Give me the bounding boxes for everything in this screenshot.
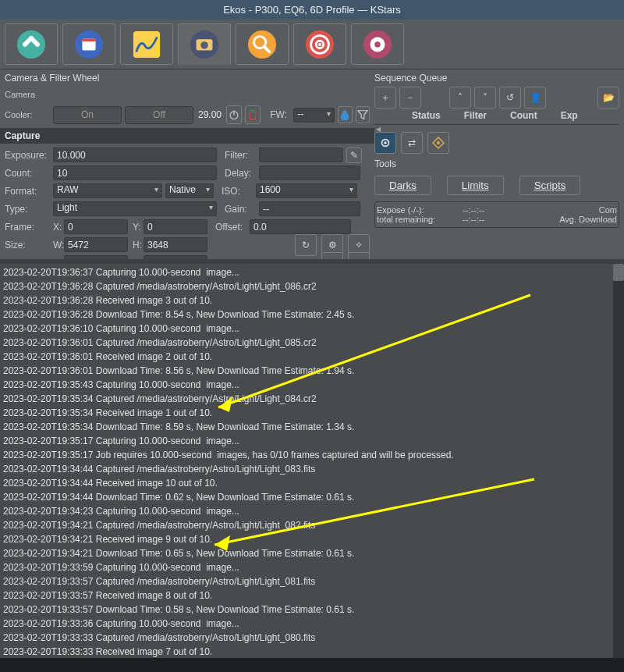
queue-header-row: Status Filter Count Exp (374, 108, 619, 124)
open-queue-button[interactable]: 📂 (597, 87, 619, 108)
count-input[interactable] (53, 165, 217, 180)
power-icon[interactable] (226, 105, 242, 124)
edit-filter-icon[interactable]: ✎ (346, 148, 362, 163)
log-line: 2023-02-20T19:34:44 Download Time: 0.62 … (3, 490, 621, 504)
log-line: 2023-02-20T19:35:17 Job requires 10.000-… (3, 448, 621, 462)
module-setup[interactable] (5, 23, 58, 65)
log-line: 2023-02-20T19:35:34 Download Time: 8.59 … (3, 420, 621, 434)
filter-label: Filter: (225, 150, 259, 161)
add-job-button[interactable]: ＋ (374, 87, 396, 108)
log-panel[interactable]: 2023-02-20T19:36:37 Capturing 10.000-sec… (0, 259, 624, 658)
observer-button[interactable]: 👤 (524, 87, 546, 108)
cooler-on-button[interactable]: On (53, 106, 122, 124)
log-line: 2023-02-20T19:34:21 Captured /media/astr… (3, 518, 621, 532)
svg-point-19 (374, 41, 381, 48)
expose-label: Expose (-/-): (377, 205, 463, 215)
log-line: 2023-02-20T19:33:57 Received image 8 out… (3, 588, 621, 603)
delay-label: Delay: (225, 168, 259, 179)
type-label: Type: (5, 204, 53, 215)
y-label: Y: (133, 222, 144, 233)
log-line: 2023-02-20T19:35:34 Captured /media/astr… (3, 392, 621, 406)
loop-icon[interactable]: ↻ (295, 234, 317, 256)
delay-input[interactable] (259, 165, 360, 180)
tools-section-title: Tools (374, 157, 619, 172)
log-line: 2023-02-20T19:34:21 Download Time: 0.65 … (3, 546, 621, 560)
log-line: 2023-02-20T19:35:43 Capturing 10.000-sec… (3, 378, 621, 392)
capture-header: Capture (0, 128, 374, 144)
log-scrollbar[interactable] (613, 264, 624, 658)
remaining-label: total remaining: (377, 215, 463, 224)
svg-rect-6 (133, 30, 160, 57)
log-line: 2023-02-20T19:36:01 Received image 2 out… (3, 350, 621, 364)
gain-input[interactable] (259, 201, 360, 216)
format-combo[interactable]: RAW (53, 183, 162, 198)
remaining-value: --:--:-- (463, 215, 484, 224)
log-line: 2023-02-20T19:36:37 Capturing 10.000-sec… (3, 265, 621, 279)
avg-download-label: Avg. Download (559, 215, 617, 224)
iso-combo[interactable]: 1600 (256, 183, 357, 198)
window-title: Ekos - P300, EQ6, 6D Profile — KStars (0, 0, 624, 20)
log-line: 2023-02-20T19:35:34 Received image 1 out… (3, 406, 621, 420)
log-line: 2023-02-20T19:33:33 Received image 7 out… (3, 645, 621, 658)
module-focus[interactable] (236, 23, 289, 65)
cooler-temp: 29.00 (198, 109, 226, 120)
filter-combo[interactable] (259, 148, 343, 162)
gain-label: Gain: (225, 204, 259, 215)
log-line: 2023-02-20T19:33:59 Capturing 10.000-sec… (3, 560, 621, 574)
size-h-input[interactable] (144, 237, 207, 252)
offset-input[interactable] (250, 219, 351, 234)
svg-point-16 (318, 43, 321, 46)
completed-label: Com (599, 205, 617, 215)
fw-combo[interactable]: -- (293, 108, 335, 123)
preview-icon[interactable] (374, 132, 396, 154)
size-w-input[interactable] (64, 237, 128, 252)
cooler-off-button[interactable]: Off (125, 106, 193, 124)
darks-button[interactable]: Darks (374, 176, 431, 195)
log-line: 2023-02-20T19:36:01 Captured /media/astr… (3, 336, 621, 350)
limits-button[interactable]: Limits (447, 176, 504, 195)
camera-label: Camera (5, 91, 53, 98)
module-capture[interactable] (178, 23, 231, 65)
module-guide[interactable] (351, 23, 404, 65)
fw-label: FW: (270, 109, 293, 120)
w-label: W: (53, 240, 64, 251)
status-box: Expose (-/-): --:--:-- Com total remaini… (374, 201, 619, 228)
col-status: Status (412, 110, 441, 121)
trash-icon[interactable] (245, 105, 261, 124)
move-up-button[interactable]: ˄ (449, 87, 471, 108)
encoding-combo[interactable]: Native (165, 183, 214, 198)
expose-value: --:--:-- (463, 205, 484, 215)
offset-label: Offset: (215, 222, 250, 233)
module-analyze[interactable] (120, 23, 173, 65)
move-down-button[interactable]: ˅ (474, 87, 496, 108)
droplet-icon[interactable] (338, 106, 352, 123)
frame-y-input[interactable] (144, 219, 207, 234)
scripts-button[interactable]: Scripts (519, 176, 581, 195)
filter-icon[interactable] (356, 106, 370, 123)
reset-button[interactable]: ↺ (499, 87, 521, 108)
module-align[interactable] (293, 23, 346, 65)
exposure-input[interactable] (53, 148, 217, 162)
col-exp: Exp (561, 110, 578, 121)
scroll-left-icon[interactable]: ◂ (376, 123, 381, 134)
log-line: 2023-02-20T19:33:36 Capturing 10.000-sec… (3, 617, 621, 631)
module-scheduler[interactable] (62, 23, 115, 65)
frame-x-input[interactable] (64, 219, 128, 234)
log-line: 2023-02-20T19:33:57 Captured /media/astr… (3, 574, 621, 588)
log-line: 2023-02-20T19:36:28 Captured /media/astr… (3, 279, 621, 293)
module-toolbar (0, 20, 624, 69)
log-line: 2023-02-20T19:34:44 Captured /media/astr… (3, 462, 621, 476)
sync-icon[interactable]: ⇄ (401, 132, 423, 154)
x-label: X: (53, 222, 64, 233)
log-line: 2023-02-20T19:35:17 Capturing 10.000-sec… (3, 434, 621, 448)
svg-point-9 (200, 41, 208, 49)
type-combo[interactable]: Light (53, 201, 217, 216)
remove-job-button[interactable]: － (399, 87, 421, 108)
col-filter: Filter (464, 110, 487, 121)
livestack-icon[interactable] (427, 132, 449, 154)
col-count: Count (510, 110, 537, 121)
camera-section-title: Camera & Filter Wheel (5, 71, 370, 87)
queue-section-title: Sequence Queue (374, 71, 619, 87)
svg-point-23 (384, 141, 387, 144)
log-line: 2023-02-20T19:36:28 Download Time: 8.54 … (3, 308, 621, 322)
